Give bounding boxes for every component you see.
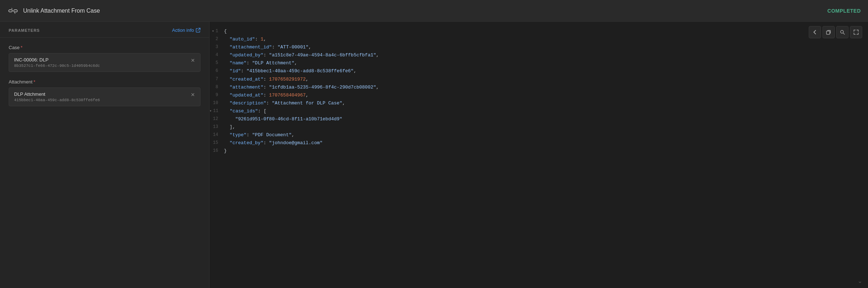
code-line: 14 "type": "PDF Document", <box>210 131 868 139</box>
attachment-required-star: * <box>34 79 35 85</box>
right-panel: ▾1{2 "auto_id": 1,3 "attachment_id": "AT… <box>210 22 868 288</box>
code-line: 6 "id": "415bbec1-40aa-459c-add8-8c538ff… <box>210 67 868 75</box>
code-toolbar <box>809 26 862 38</box>
header-left: Unlink Attachment From Case <box>7 5 100 17</box>
line-number: 6 <box>210 67 224 74</box>
unlink-icon <box>7 5 19 17</box>
svg-line-3 <box>12 8 12 9</box>
line-number: 12 <box>210 115 224 122</box>
code-line: 8 "attachment": "1cfdb1aa-5235-4996-8f4c… <box>210 83 868 91</box>
action-info-label: Action info <box>172 27 194 33</box>
case-label: Case * <box>9 45 200 50</box>
code-line: 9 "updated_at": 1707658404967, <box>210 91 868 99</box>
line-content: "case_ids": [ <box>224 107 862 115</box>
line-number: 15 <box>210 139 224 146</box>
line-content: "updated_by": "a151c8e7-49ae-4594-8a4c-6… <box>224 51 862 59</box>
code-line: 16} <box>210 147 868 155</box>
line-number: 14 <box>210 131 224 138</box>
main-layout: PARAMETERS Action info Case * IN <box>0 22 868 288</box>
code-line: 5 "name": "DLP Attchment", <box>210 59 868 67</box>
line-number: 7 <box>210 76 224 83</box>
params-body: Case * INC-00006: DLP 8b3527c1-fe66-472c… <box>0 38 209 113</box>
left-panel: PARAMETERS Action info Case * IN <box>0 22 210 288</box>
params-header: PARAMETERS Action info <box>0 22 209 38</box>
line-content: "type": "PDF Document", <box>224 131 862 139</box>
case-value-box: INC-00006: DLP 8b3527c1-fe66-472c-90c5-1… <box>9 53 200 72</box>
line-number: 8 <box>210 83 224 91</box>
line-content: "created_by": "johndoe@gmail.com" <box>224 139 862 147</box>
case-required-star: * <box>21 45 22 50</box>
svg-line-4 <box>14 12 15 14</box>
line-content: "created_at": 1707658291972, <box>224 76 862 83</box>
attachment-label: Attachment * <box>9 79 200 85</box>
search-icon <box>840 30 845 35</box>
status-badge: COMPLETED <box>828 8 861 14</box>
attachment-field-group: Attachment * DLP Attchment 415bbec1-40aa… <box>9 79 200 106</box>
line-number: 3 <box>210 43 224 51</box>
copy-button[interactable] <box>822 26 835 38</box>
back-button[interactable] <box>809 26 821 38</box>
case-sub-value: 8b3527c1-fe66-472c-90c5-1d4059b4c6dc <box>14 64 100 68</box>
line-content: } <box>224 147 862 155</box>
code-line: 3 "attachment_id": "ATT-00001", <box>210 43 868 51</box>
expand-button[interactable] <box>850 26 862 38</box>
params-label: PARAMETERS <box>9 28 40 33</box>
attachment-clear-button[interactable]: ✕ <box>191 92 195 97</box>
code-line: 15 "created_by": "johndoe@gmail.com" <box>210 139 868 147</box>
action-info-link[interactable]: Action info <box>172 27 200 33</box>
attachment-sub-value: 415bbec1-40aa-459c-add8-8c538ffe6fe6 <box>14 98 100 102</box>
code-line: ▾11 "case_ids": [ <box>210 107 868 115</box>
external-link-icon <box>196 28 200 33</box>
attachment-value-text: DLP Attchment 415bbec1-40aa-459c-add8-8c… <box>14 91 100 102</box>
collapse-arrow[interactable]: ▾ <box>212 28 214 34</box>
header: Unlink Attachment From Case COMPLETED <box>0 0 868 22</box>
line-content: "name": "DLP Attchment", <box>224 59 862 67</box>
svg-rect-0 <box>9 10 12 12</box>
svg-line-8 <box>843 33 845 34</box>
line-content: ], <box>224 123 862 131</box>
code-line: 7 "created_at": 1707658291972, <box>210 76 868 83</box>
expand-icon <box>854 30 859 35</box>
code-line: 10 "description": "Attachment for DLP Ca… <box>210 99 868 107</box>
line-number: 13 <box>210 123 224 130</box>
svg-rect-6 <box>826 31 830 34</box>
line-number: 16 <box>210 147 224 154</box>
line-content: "description": "Attachment for DLP Case"… <box>224 99 862 107</box>
line-content: "id": "415bbec1-40aa-459c-add8-8c538ffe6… <box>224 67 862 75</box>
code-line: 2 "auto_id": 1, <box>210 35 868 43</box>
collapse-arrow[interactable]: ▾ <box>210 108 212 114</box>
svg-rect-1 <box>14 10 17 12</box>
line-content: "updated_at": 1707658404967, <box>224 91 862 99</box>
code-line: 12 "9261d951-0f80-46cd-8f11-a10b71ebd4d9… <box>210 115 868 123</box>
line-number: 9 <box>210 91 224 99</box>
line-content: "9261d951-0f80-46cd-8f11-a10b71ebd4d9" <box>224 115 862 123</box>
case-value-text: INC-00006: DLP 8b3527c1-fe66-472c-90c5-1… <box>14 57 100 68</box>
case-clear-button[interactable]: ✕ <box>191 58 195 63</box>
line-number: 4 <box>210 51 224 59</box>
code-viewer[interactable]: ▾1{2 "auto_id": 1,3 "attachment_id": "AT… <box>210 22 868 288</box>
line-number: ▾1 <box>210 27 224 35</box>
chevron-left-icon <box>812 30 817 35</box>
case-main-value: INC-00006: DLP <box>14 57 100 63</box>
line-number: 10 <box>210 99 224 107</box>
line-content: "attachment": "1cfdb1aa-5235-4996-8f4c-2… <box>224 83 862 91</box>
page-title: Unlink Attachment From Case <box>23 8 100 14</box>
code-line: ▾1{ <box>210 27 868 35</box>
line-content: "auto_id": 1, <box>224 35 862 43</box>
copy-icon <box>826 30 831 35</box>
code-line: 4 "updated_by": "a151c8e7-49ae-4594-8a4c… <box>210 51 868 59</box>
svg-line-5 <box>198 28 200 31</box>
code-line: 13 ], <box>210 123 868 131</box>
attachment-main-value: DLP Attchment <box>14 91 100 97</box>
line-content: "attachment_id": "ATT-00001", <box>224 43 862 51</box>
line-number: ▾11 <box>210 107 224 115</box>
search-button[interactable] <box>836 26 848 38</box>
case-field-group: Case * INC-00006: DLP 8b3527c1-fe66-472c… <box>9 45 200 72</box>
attachment-value-box: DLP Attchment 415bbec1-40aa-459c-add8-8c… <box>9 87 200 106</box>
line-number: 5 <box>210 59 224 66</box>
line-content: { <box>224 27 862 35</box>
line-number: 2 <box>210 35 224 43</box>
bottom-indicator: ⌄ <box>858 278 862 284</box>
